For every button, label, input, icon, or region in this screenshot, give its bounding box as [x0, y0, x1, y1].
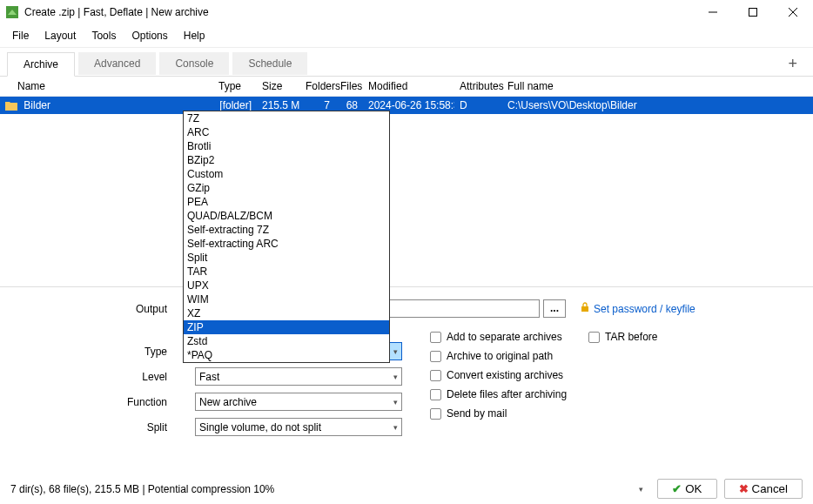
- menu-options[interactable]: Options: [124, 28, 174, 44]
- col-name[interactable]: Name: [0, 77, 213, 96]
- dropdown-item[interactable]: TAR: [184, 265, 389, 279]
- dropdown-item[interactable]: Brotli: [184, 139, 389, 153]
- menu-tools[interactable]: Tools: [84, 28, 123, 44]
- svg-rect-2: [749, 9, 757, 17]
- dropdown-item[interactable]: GZip: [184, 181, 389, 195]
- tab-schedule[interactable]: Schedule: [232, 52, 307, 75]
- split-select[interactable]: Single volume, do not split▾: [195, 418, 402, 436]
- chk-original[interactable]: Archive to original path: [430, 350, 567, 362]
- tabbar: Archive Advanced Console Schedule +: [0, 48, 813, 76]
- close-button[interactable]: [773, 0, 813, 24]
- menu-help[interactable]: Help: [177, 28, 212, 44]
- lock-icon: [580, 302, 590, 315]
- dropdown-item[interactable]: ARC: [184, 125, 389, 139]
- chk-convert[interactable]: Convert existing archives: [430, 369, 567, 381]
- row-name: Bilder: [24, 99, 50, 111]
- function-select[interactable]: New archive▾: [195, 393, 402, 411]
- col-modified[interactable]: Modified: [363, 77, 454, 96]
- dropdown-item[interactable]: *PAQ: [184, 348, 389, 362]
- dropdown-item[interactable]: Self-extracting 7Z: [184, 223, 389, 237]
- col-type[interactable]: Type: [213, 77, 257, 96]
- browse-button[interactable]: ...: [543, 299, 566, 318]
- dropdown-item[interactable]: QUAD/BALZ/BCM: [184, 209, 389, 223]
- folder-icon: [5, 101, 17, 111]
- dropdown-item[interactable]: XZ: [184, 306, 389, 320]
- menu-file[interactable]: File: [5, 28, 36, 44]
- dropdown-item[interactable]: Zstd: [184, 334, 389, 348]
- dropdown-item[interactable]: WIM: [184, 292, 389, 306]
- dropdown-item[interactable]: Self-extracting ARC: [184, 237, 389, 251]
- col-folders[interactable]: Folders: [300, 77, 335, 96]
- table-body: Bilder [folder] 215.5 MB 7 68 2024-06-26…: [0, 97, 813, 287]
- tab-console[interactable]: Console: [159, 52, 229, 75]
- minimize-button[interactable]: [693, 0, 733, 24]
- form-section: Output ▾ ... Set password / keyfile Type…: [0, 287, 813, 452]
- ok-button[interactable]: ✔ OK: [657, 479, 716, 499]
- split-label: Split: [10, 421, 183, 433]
- titlebar: Create .zip | Fast, Deflate | New archiv…: [0, 0, 813, 24]
- menu-layout[interactable]: Layout: [37, 28, 83, 44]
- tab-advanced[interactable]: Advanced: [78, 52, 156, 75]
- row-attributes: D: [454, 97, 502, 114]
- window-title: Create .zip | Fast, Deflate | New archiv…: [24, 6, 209, 18]
- level-select[interactable]: Fast▾: [195, 367, 402, 386]
- set-password-link[interactable]: Set password / keyfile: [580, 302, 695, 315]
- chk-mail[interactable]: Send by mail: [430, 407, 567, 420]
- level-label: Level: [10, 371, 183, 383]
- chevron-down-icon: ▾: [393, 398, 398, 407]
- chevron-down-icon: ▾: [393, 423, 398, 432]
- col-fullname[interactable]: Full name: [502, 77, 813, 96]
- output-label: Output: [10, 303, 183, 315]
- col-files[interactable]: Files: [335, 77, 363, 96]
- dropdown-item[interactable]: Custom: [184, 167, 389, 181]
- checkbox-column: Add to separate archives Archive to orig…: [430, 331, 567, 420]
- dropdown-item[interactable]: ZIP: [184, 320, 389, 334]
- type-dropdown-list[interactable]: 7ZARCBrotliBZip2CustomGZipPEAQUAD/BALZ/B…: [183, 111, 390, 363]
- svg-rect-5: [581, 306, 588, 312]
- maximize-button[interactable]: [733, 0, 773, 24]
- dropdown-item[interactable]: PEA: [184, 195, 389, 209]
- cancel-button[interactable]: ✖ Cancel: [724, 479, 803, 499]
- x-icon: ✖: [739, 482, 749, 495]
- col-size[interactable]: Size: [257, 77, 300, 96]
- status-text: 7 dir(s), 68 file(s), 215.5 MB | Potenti…: [10, 483, 274, 495]
- chk-separate[interactable]: Add to separate archives: [430, 331, 567, 343]
- add-button[interactable]: +: [779, 53, 806, 75]
- window-controls: [693, 0, 813, 24]
- check-icon: ✔: [672, 482, 682, 495]
- checkbox-column-2: TAR before: [588, 331, 657, 343]
- dropdown-item[interactable]: Split: [184, 251, 389, 265]
- table-header: Name Type Size Folders Files Modified At…: [0, 76, 813, 97]
- table-row[interactable]: Bilder [folder] 215.5 MB 7 68 2024-06-26…: [0, 97, 813, 114]
- chevron-down-icon: ▾: [393, 347, 398, 356]
- function-label: Function: [10, 396, 183, 408]
- dropdown-item[interactable]: BZip2: [184, 153, 389, 167]
- app-icon: [5, 5, 19, 19]
- statusbar: 7 dir(s), 68 file(s), 215.5 MB | Potenti…: [0, 474, 813, 504]
- dropdown-item[interactable]: 7Z: [184, 111, 389, 125]
- dropdown-item[interactable]: UPX: [184, 279, 389, 292]
- tab-archive[interactable]: Archive: [7, 52, 75, 77]
- menubar: File Layout Tools Options Help: [0, 24, 813, 48]
- row-fullname: C:\Users\VO\Desktop\Bilder: [502, 97, 813, 114]
- chevron-down-icon: ▾: [393, 373, 398, 381]
- col-attributes[interactable]: Attributes: [454, 77, 502, 96]
- chk-tarbefore[interactable]: TAR before: [588, 331, 657, 343]
- chk-delete[interactable]: Delete files after archiving: [430, 388, 567, 400]
- type-label: Type: [10, 346, 183, 358]
- status-dropdown-icon[interactable]: ▾: [639, 485, 643, 494]
